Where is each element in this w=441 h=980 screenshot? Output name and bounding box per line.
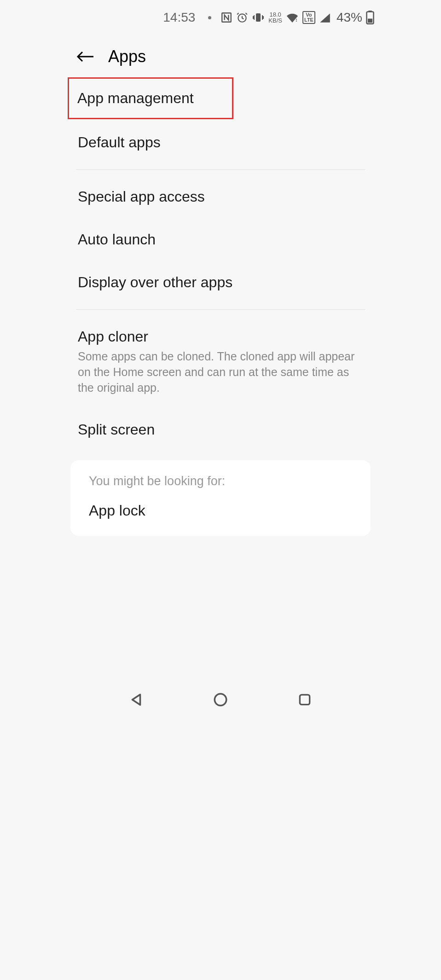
- list-item-title: Display over other apps: [78, 274, 363, 291]
- list-item-app-cloner[interactable]: App cloner Some apps can be cloned. The …: [76, 315, 365, 408]
- suggestion-card: You might be looking for: App lock: [70, 460, 371, 536]
- list-item-desc: Some apps can be cloned. The cloned app …: [78, 349, 363, 395]
- back-button[interactable]: [76, 47, 94, 66]
- list-item-title: Split screen: [78, 421, 363, 438]
- list-item-title: App cloner: [78, 328, 363, 345]
- svg-point-3: [296, 21, 297, 22]
- signal-icon: [319, 12, 331, 23]
- suggestion-header: You might be looking for:: [89, 474, 352, 488]
- list-item-auto-launch[interactable]: Auto launch: [76, 218, 365, 261]
- wifi-icon: [286, 12, 299, 23]
- nav-home-button[interactable]: [211, 690, 230, 709]
- nav-bar: [58, 681, 383, 718]
- list-item-title: Default apps: [78, 134, 363, 151]
- page-title: Apps: [108, 47, 146, 66]
- suggestion-item-app-lock[interactable]: App lock: [89, 502, 352, 519]
- divider: [76, 309, 365, 310]
- battery-icon: [366, 11, 374, 24]
- battery-percent: 43%: [337, 10, 362, 25]
- status-dot: [208, 16, 211, 19]
- vibrate-icon: [252, 12, 265, 23]
- data-rate-unit: KB/S: [268, 17, 282, 23]
- status-bar: 14:53: [58, 0, 383, 33]
- list-item-title: Auto launch: [78, 231, 363, 248]
- volte-icon: VoLTE: [302, 11, 315, 24]
- list-item-split-screen[interactable]: Split screen: [76, 408, 365, 451]
- nfc-icon: [220, 12, 232, 23]
- list-item-title: App management: [77, 90, 230, 107]
- svg-rect-7: [368, 19, 372, 23]
- page-header: Apps: [58, 33, 383, 75]
- divider: [76, 169, 365, 170]
- svg-rect-2: [256, 13, 261, 22]
- status-icons: 18.0 KB/S VoLTE 43%: [220, 10, 374, 25]
- data-rate: 18.0 KB/S: [268, 12, 282, 23]
- nav-recents-button[interactable]: [295, 690, 314, 709]
- list-item-special-app-access[interactable]: Special app access: [76, 175, 365, 218]
- list-item-title: Special app access: [78, 188, 363, 205]
- list-item-display-over-other-apps[interactable]: Display over other apps: [76, 261, 365, 304]
- nav-back-button[interactable]: [127, 690, 146, 709]
- alarm-icon: [236, 12, 248, 23]
- list-item-app-management[interactable]: App management: [68, 77, 233, 119]
- svg-rect-9: [300, 695, 309, 704]
- status-time: 14:53: [163, 10, 195, 25]
- svg-point-8: [215, 694, 226, 706]
- svg-point-4: [296, 19, 297, 20]
- list-item-default-apps[interactable]: Default apps: [76, 121, 365, 164]
